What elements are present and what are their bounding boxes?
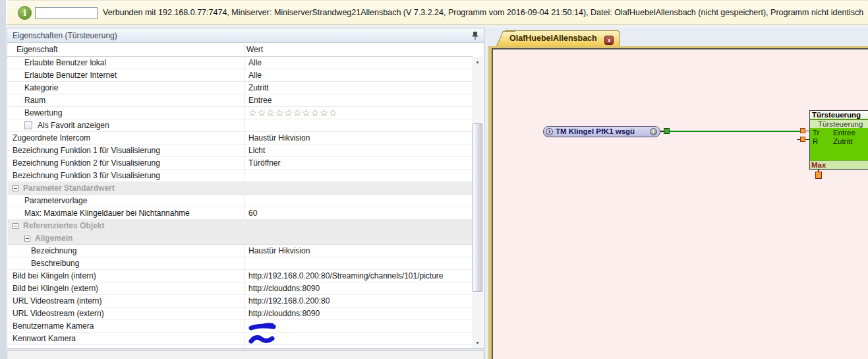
property-value[interactable]: Haustür Hikvision	[245, 245, 472, 257]
port-stub	[805, 139, 809, 141]
property-value[interactable]: Entree	[245, 94, 472, 106]
property-label-text: Parametervorlage	[24, 196, 87, 205]
port-label: R	[813, 137, 818, 146]
property-value[interactable]	[245, 345, 472, 348]
property-label-text: Zugeordnete Intercom	[13, 133, 90, 143]
port-value: Zutritt	[833, 137, 852, 146]
property-row[interactable]: Bezeichnung Funktion 1 für Visualisierun…	[8, 145, 472, 157]
column-header-property[interactable]: Eigenschaft	[16, 43, 58, 57]
property-label: Parametervorlage	[8, 195, 244, 207]
program-canvas[interactable]: I TM Klingel PfK1 wsgü i Türsteuerung Tü…	[492, 48, 868, 359]
input-row-tr: Tr Entree	[810, 129, 868, 137]
tab-olafhuebelallensbach[interactable]: OlafHuebelAllensbach x	[505, 30, 620, 46]
property-row[interactable]: Max: Maximale Klingeldauer bei Nichtanna…	[8, 207, 472, 220]
property-row[interactable]: Host für Audio (intern)	[8, 345, 472, 348]
property-label: Bild bei Klingeln (extern)	[8, 282, 244, 294]
scrollbar-up-icon[interactable]: ▲	[472, 57, 483, 67]
table-column-headers[interactable]: Eigenschaft Wert	[7, 43, 473, 57]
rating-stars[interactable]: ☆☆☆☆☆☆☆☆☆☆	[248, 108, 338, 118]
property-label: Erlaubte Benutzer Internet	[8, 69, 244, 81]
property-label: Zugeordnete Intercom	[8, 132, 244, 144]
property-value[interactable]: http://clouddns:8090	[245, 282, 472, 294]
property-value[interactable]: ☆☆☆☆☆☆☆☆☆☆	[245, 107, 472, 119]
function-block-body: Tr Entree R Zutritt	[810, 128, 868, 162]
property-row[interactable]: Beschreibung	[8, 257, 472, 270]
property-value[interactable]: Haustür Hikvision	[245, 132, 472, 144]
search-input[interactable]	[35, 7, 98, 19]
property-value[interactable]: http://192.168.0.200:80	[245, 295, 472, 307]
favorite-checkbox[interactable]	[24, 121, 32, 129]
output-port[interactable]	[664, 128, 670, 134]
input-port-r[interactable]	[800, 137, 805, 142]
property-value[interactable]	[245, 119, 472, 131]
property-label-text: Bezeichnung Funktion 3 für Visualisierun…	[13, 171, 160, 180]
property-value[interactable]: http://clouddns:8090	[245, 308, 472, 319]
property-label-text: Host für Audio (intern)	[13, 346, 90, 348]
connection-status-text: Verbunden mit 192.168.0.77:7474, Miniser…	[103, 1, 863, 26]
source-block-label: TM Klingel PfK1 wsgü	[556, 127, 650, 137]
column-divider[interactable]	[244, 44, 245, 55]
property-value[interactable]: Zutritt	[245, 82, 472, 94]
function-block-tuersteuerung[interactable]: Türsteuerung Türsteuerung Tr Entree R Zu…	[809, 110, 868, 170]
signal-wire[interactable]	[670, 131, 801, 133]
dock-strip	[0, 0, 7, 359]
group-label: Referenziertes Objekt	[8, 220, 244, 232]
property-row[interactable]: Erlaubte Benutzer InternetAlle	[8, 69, 472, 82]
property-value[interactable]	[245, 195, 472, 207]
property-label-text: Bezeichnung Funktion 1 für Visualisierun…	[13, 146, 160, 155]
property-row[interactable]: Bezeichnung Funktion 3 für Visualisierun…	[8, 170, 472, 182]
property-row[interactable]: KategorieZutritt	[8, 82, 472, 94]
group-row[interactable]: Parameter Standardwert	[8, 182, 472, 195]
property-value[interactable]	[245, 257, 472, 269]
input-port-tr[interactable]	[800, 128, 805, 133]
source-block-tm-klingel[interactable]: I TM Klingel PfK1 wsgü i	[543, 126, 660, 137]
collapse-minus-icon[interactable]	[13, 223, 18, 229]
property-row[interactable]: RaumEntree	[8, 94, 472, 107]
property-value[interactable]: Alle	[245, 57, 472, 69]
property-value[interactable]	[245, 333, 472, 344]
property-label: Kennwort Kamera	[8, 333, 244, 344]
property-label: URL Videostream (extern)	[8, 308, 244, 319]
property-label: Erlaubte Benutzer lokal	[8, 57, 244, 69]
collapse-minus-icon[interactable]	[24, 236, 30, 242]
property-row[interactable]: Erlaubte Benutzer lokalAlle	[8, 57, 472, 69]
property-value[interactable]: http://192.168.0.200:80/Streaming/channe…	[245, 270, 472, 282]
scrollbar-thumb[interactable]	[473, 123, 482, 292]
scrollbar[interactable]: ▲ ▼	[472, 57, 483, 348]
property-row[interactable]: Als Favorit anzeigen	[8, 119, 472, 132]
group-row[interactable]: Allgemein	[8, 232, 472, 245]
property-row[interactable]: Zugeordnete IntercomHaustür Hikvision	[8, 132, 472, 145]
property-row[interactable]: Bild bei Klingeln (extern)http://clouddn…	[8, 282, 472, 295]
property-row[interactable]: Parametervorlage	[8, 195, 472, 207]
property-value[interactable]	[245, 170, 472, 181]
property-label-text: Beschreibung	[31, 259, 79, 268]
property-label: Max: Maximale Klingeldauer bei Nichtanna…	[8, 207, 244, 219]
property-row[interactable]: Benutzername Kamera	[8, 320, 472, 333]
property-row[interactable]: URL Videostream (intern)http://192.168.0…	[8, 295, 472, 308]
property-value[interactable]: Alle	[245, 69, 472, 81]
pin-icon[interactable]	[471, 31, 479, 40]
property-value[interactable]	[245, 320, 472, 332]
property-label: Kategorie	[8, 82, 244, 94]
property-label-text: Kategorie	[24, 83, 58, 92]
property-row[interactable]: Bewertung☆☆☆☆☆☆☆☆☆☆	[8, 107, 472, 119]
parameter-port-max[interactable]	[815, 172, 822, 179]
property-row[interactable]: Bezeichnung Funktion 2 für Visualisierun…	[8, 157, 472, 170]
function-block-title: Türsteuerung	[810, 111, 868, 119]
scrollbar-down-icon[interactable]: ▼	[472, 338, 483, 348]
group-row[interactable]: Referenziertes Objekt	[8, 220, 472, 232]
property-row[interactable]: Bild bei Klingeln (intern)http://192.168…	[8, 270, 472, 282]
tab-close-icon[interactable]: x	[604, 36, 614, 45]
property-value[interactable]: 60	[245, 207, 472, 219]
property-row[interactable]: URL Videostream (extern)http://clouddns:…	[8, 308, 472, 320]
collapse-minus-icon[interactable]	[13, 185, 18, 191]
property-row[interactable]: BezeichnungHaustür Hikvision	[8, 245, 472, 257]
property-value[interactable]: Türöffner	[245, 157, 472, 169]
property-row[interactable]: Kennwort Kamera	[8, 333, 472, 345]
column-header-value[interactable]: Wert	[246, 43, 263, 57]
property-label-text: Erlaubte Benutzer Internet	[24, 71, 117, 80]
bottom-docked-panel	[7, 350, 484, 359]
editor-area: OlafHuebelAllensbach x I TM Klingel PfK1…	[485, 28, 868, 359]
property-value[interactable]: Licht	[245, 145, 472, 156]
group-label: Allgemein	[8, 232, 244, 244]
